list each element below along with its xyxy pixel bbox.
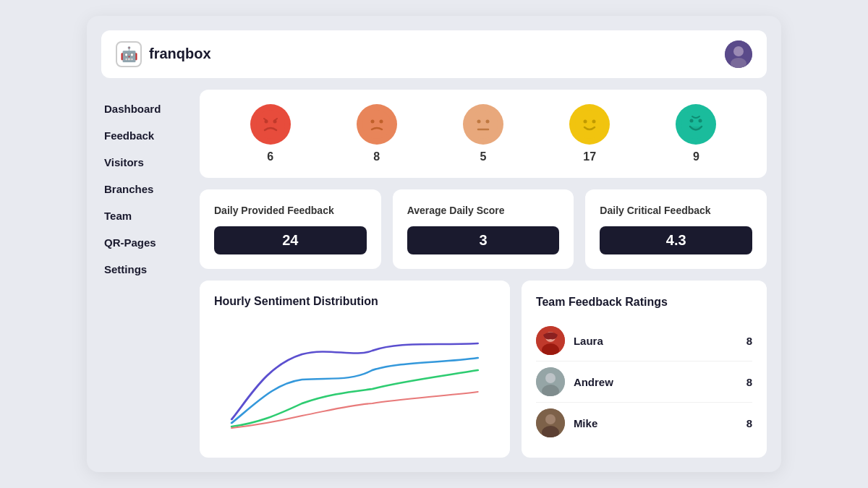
stat-value-avg-score: 3 [407, 226, 560, 254]
ratings-card: Team Feedback Ratings Laura 8 [522, 281, 767, 458]
stats-row: Daily Provided Feedback 24 Average Daily… [200, 189, 767, 270]
svg-point-6 [362, 110, 391, 139]
svg-point-13 [575, 110, 604, 139]
svg-point-15 [592, 119, 596, 123]
stat-value-daily-critical: 4.3 [600, 226, 752, 254]
content-area: 6 8 [200, 90, 767, 458]
logo-area: 🤖 franqbox [116, 41, 211, 67]
svg-point-14 [584, 119, 587, 123]
avatar-mike [536, 408, 565, 437]
sidebar-item-feedback[interactable]: Feedback [101, 124, 188, 147]
stat-card-daily-critical: Daily Critical Feedback 4.3 [585, 189, 767, 270]
svg-point-23 [545, 373, 556, 383]
header: 🤖 franqbox [101, 30, 767, 78]
person-rating-laura: 8 [746, 335, 752, 347]
stat-label-daily-provided: Daily Provided Feedback [214, 204, 367, 218]
svg-point-10 [477, 119, 480, 123]
emoji-count-very-negative: 6 [267, 150, 273, 163]
svg-point-9 [469, 110, 498, 139]
sidebar-item-dashboard[interactable]: Dashboard [101, 97, 188, 121]
emoji-face-very-negative [250, 104, 291, 145]
emoji-face-positive [569, 104, 610, 145]
sidebar-item-visitors[interactable]: Visitors [101, 150, 188, 174]
stat-value-daily-provided: 24 [214, 226, 367, 254]
bottom-row: Hourly Sentiment Distribution [200, 281, 767, 458]
stat-label-daily-critical: Daily Critical Feedback [600, 204, 752, 218]
emoji-count-neutral: 5 [480, 150, 487, 163]
avatar-andrew [536, 367, 565, 396]
emoji-count-very-positive: 9 [693, 150, 699, 163]
svg-point-3 [256, 110, 285, 139]
emoji-face-negative [357, 104, 397, 145]
stat-card-daily-provided: Daily Provided Feedback 24 [200, 189, 381, 270]
avatar-laura [536, 326, 565, 355]
emoji-item-very-positive: 9 [676, 104, 716, 163]
emoji-count-positive: 17 [583, 150, 596, 163]
rating-item-andrew: Andrew 8 [536, 361, 752, 403]
sidebar-item-settings[interactable]: Settings [101, 257, 188, 281]
svg-point-17 [690, 119, 694, 122]
person-rating-mike: 8 [746, 417, 752, 429]
stat-label-avg-score: Average Daily Score [407, 204, 560, 218]
logo-icon: 🤖 [116, 41, 142, 67]
emoji-item-neutral: 5 [463, 104, 503, 163]
svg-point-26 [545, 414, 556, 424]
rating-item-laura: Laura 8 [536, 320, 752, 361]
emoji-face-neutral [463, 104, 503, 145]
sidebar: Dashboard Feedback Visitors Branches Tea… [101, 90, 188, 458]
sidebar-item-qr-pages[interactable]: QR-Pages [101, 231, 188, 254]
app-container: 🤖 franqbox Dashboard Feedback Visitors B… [87, 16, 781, 472]
emoji-item-positive: 17 [569, 104, 610, 163]
chart-area [214, 318, 495, 434]
rating-item-mike: Mike 8 [536, 403, 752, 443]
chart-title: Hourly Sentiment Distribution [214, 295, 495, 308]
svg-point-18 [699, 119, 702, 122]
ratings-title: Team Feedback Ratings [536, 295, 752, 310]
person-name-mike: Mike [574, 417, 738, 429]
main-body: Dashboard Feedback Visitors Branches Tea… [101, 90, 767, 458]
chart-card: Hourly Sentiment Distribution [200, 281, 510, 458]
svg-point-7 [370, 119, 374, 123]
person-rating-andrew: 8 [746, 376, 752, 388]
person-name-andrew: Andrew [574, 376, 738, 388]
svg-point-11 [485, 119, 489, 123]
svg-point-16 [681, 110, 710, 139]
emoji-face-very-positive [676, 104, 716, 145]
svg-point-1 [733, 46, 744, 56]
svg-point-8 [379, 119, 383, 123]
emoji-count-negative: 8 [373, 150, 380, 163]
stat-card-avg-score: Average Daily Score 3 [393, 189, 574, 270]
logo-text: franqbox [149, 46, 211, 62]
sidebar-item-branches[interactable]: Branches [101, 177, 188, 201]
emoji-card: 6 8 [200, 90, 767, 178]
sidebar-item-team[interactable]: Team [101, 204, 188, 228]
user-avatar[interactable] [725, 40, 752, 68]
emoji-item-very-negative: 6 [250, 104, 291, 163]
emoji-item-negative: 8 [357, 104, 397, 163]
person-name-laura: Laura [574, 335, 738, 347]
